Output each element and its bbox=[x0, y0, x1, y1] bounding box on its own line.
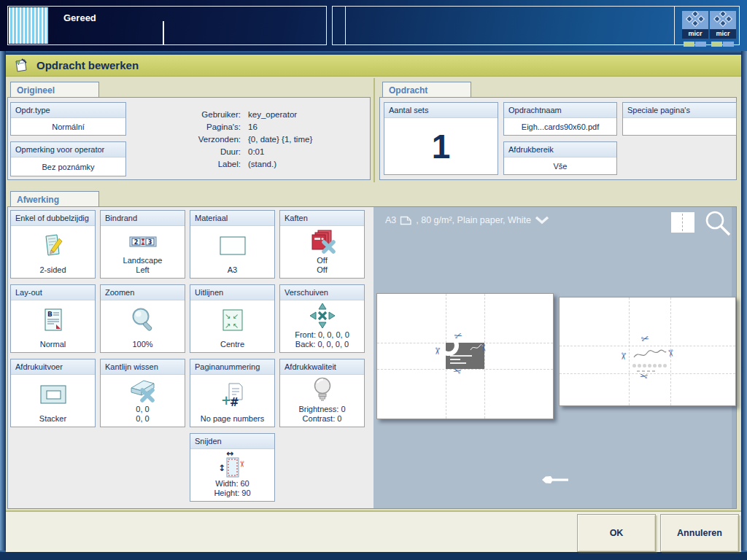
page-number-icon: + # bbox=[190, 375, 274, 414]
scissors-mark-icon: ✂ bbox=[666, 349, 676, 358]
tile-title: Kaften bbox=[280, 211, 364, 226]
card-dot bbox=[638, 364, 641, 368]
card-text-line bbox=[450, 359, 460, 360]
magnifier-icon bbox=[703, 209, 735, 241]
print-range-tile[interactable]: Afdrukbereik Vše bbox=[503, 141, 617, 175]
tile-title: Materiaal bbox=[190, 211, 274, 226]
info-value: (stand.) bbox=[248, 160, 276, 172]
sheet-icon bbox=[400, 216, 412, 225]
material-tile[interactable]: Materiaal A3 bbox=[190, 210, 275, 279]
spread-view-button[interactable] bbox=[671, 212, 694, 233]
scissors-mark-icon: ✂ bbox=[452, 365, 462, 376]
tile-value: Width: 60 Height: 90 bbox=[190, 479, 274, 501]
panel-divider bbox=[674, 7, 675, 44]
status-panel-system[interactable]: micr micr bbox=[332, 6, 740, 45]
cut-line bbox=[560, 346, 735, 346]
cut-line bbox=[629, 298, 630, 405]
tile-value: Vše bbox=[554, 161, 568, 171]
media-selector[interactable]: A3 , 80 g/m², Plain paper, White bbox=[385, 215, 549, 225]
tile-title: Snijden bbox=[190, 434, 274, 449]
number-of-sets-tile[interactable]: Aantal sets 1 bbox=[384, 102, 498, 175]
status-panel-jobs[interactable]: Gereed bbox=[7, 6, 327, 45]
card-dot bbox=[648, 364, 651, 368]
cancel-button[interactable]: Annuleren bbox=[660, 514, 739, 552]
print-quality-tile[interactable]: Afdrukkwaliteit Brightness: 0 Contrast: … bbox=[279, 359, 365, 427]
toner-unit-icon: micr bbox=[682, 11, 708, 39]
material-icon bbox=[190, 226, 274, 265]
info-label: Verzonden: bbox=[137, 135, 241, 147]
tile-title: Afdrukuitvoer bbox=[11, 359, 95, 375]
cut-line bbox=[377, 369, 553, 370]
svg-text:✂: ✂ bbox=[237, 461, 247, 467]
info-row: Verzonden: {0, date} {1, time} bbox=[137, 135, 367, 147]
svg-text:↙: ↙ bbox=[233, 312, 239, 320]
level-indicator-blue bbox=[723, 42, 734, 47]
tile-value: Stacker bbox=[11, 414, 95, 427]
tile-value: 2-sided bbox=[11, 265, 95, 278]
erase-margin-tile[interactable]: Kantlijn wissen 0, 0 0, 0 bbox=[100, 359, 185, 427]
card-back-script-graphic bbox=[632, 348, 667, 361]
card-dash bbox=[637, 370, 640, 372]
trim-tile[interactable]: Snijden ↔ ↕ ✂ Width: 60 Height: 90 bbox=[190, 433, 275, 502]
shift-image-icon bbox=[280, 300, 364, 330]
trim-icon: ↔ ↕ ✂ bbox=[190, 449, 274, 479]
output-tile[interactable]: Afdrukuitvoer Stacker bbox=[10, 359, 96, 427]
card-text-line bbox=[450, 362, 466, 364]
tab-afwerking[interactable]: Afwerking bbox=[10, 191, 99, 207]
preview-zoom-button[interactable] bbox=[703, 209, 735, 241]
toner-dots-icon bbox=[710, 11, 736, 29]
tile-title: Opdr.type bbox=[11, 103, 125, 118]
job-name-tile[interactable]: Opdrachtnaam Eigh...cards90x60.pdf bbox=[503, 102, 617, 136]
tile-value: Normální bbox=[52, 122, 85, 132]
section-divider bbox=[374, 78, 375, 182]
tile-title: Uitlijnen bbox=[190, 285, 274, 300]
ok-button[interactable]: OK bbox=[577, 514, 656, 552]
info-row: Gebruiker: key_operator bbox=[137, 110, 367, 122]
scissors-mark-icon: ✂ bbox=[640, 333, 651, 344]
card-arc-graphic bbox=[446, 343, 459, 356]
two-sided-icon bbox=[11, 226, 95, 265]
erase-margin-icon bbox=[101, 375, 185, 405]
operator-note-tile[interactable]: Opmerking voor operator Bez poznámky bbox=[10, 141, 126, 176]
tab-origineel[interactable]: Origineel bbox=[10, 82, 99, 98]
tile-value: Off Off bbox=[280, 256, 364, 278]
chevron-down-icon bbox=[535, 216, 549, 225]
card-dot bbox=[658, 364, 662, 368]
job-type-tile[interactable]: Opdr.type Normální bbox=[10, 102, 126, 136]
tile-title: Paginanummering bbox=[190, 359, 274, 375]
zoom-tile[interactable]: Zoomen 100% bbox=[100, 284, 185, 353]
tab-opdracht[interactable]: Opdracht bbox=[382, 82, 471, 98]
scissors-mark-icon: ✂ bbox=[478, 343, 489, 353]
align-tile[interactable]: Uitlijnen ↘ ↙ ↗ ↖ Centre bbox=[190, 284, 275, 353]
toner-dots-icon bbox=[682, 11, 708, 29]
covers-tile[interactable]: Kaften Off Off bbox=[279, 210, 365, 279]
sided-tile[interactable]: Enkel of dubbelzijdig 2-sided bbox=[10, 210, 96, 279]
tile-value: Front: 0, 0, 0, 0 Back: 0, 0, 0, 0 bbox=[280, 330, 364, 352]
svg-text:↘: ↘ bbox=[225, 312, 231, 320]
preview-panel: A3 , 80 g/m², Plain paper, White bbox=[374, 207, 736, 508]
tile-title: Zoomen bbox=[101, 285, 185, 300]
special-pages-tile[interactable]: Speciale pagina's bbox=[622, 102, 737, 136]
tile-value: 0, 0 0, 0 bbox=[101, 405, 185, 427]
scissors-mark-icon: ✂ bbox=[639, 370, 649, 381]
binding-edge-tile[interactable]: Bindrand 2 3 Landscape Left bbox=[100, 210, 185, 279]
panel-divider bbox=[345, 7, 346, 44]
level-indicator-green bbox=[711, 42, 722, 47]
covers-icon bbox=[280, 226, 364, 256]
info-value: key_operator bbox=[248, 110, 297, 122]
tile-value: Landscape Left bbox=[101, 256, 185, 278]
page-numbering-tile[interactable]: Paginanummering + # No page numbers bbox=[190, 359, 275, 427]
svg-text:2: 2 bbox=[133, 238, 138, 245]
info-label: Label: bbox=[137, 160, 241, 172]
layout-tile[interactable]: Lay-out B Normal bbox=[10, 284, 96, 353]
binding-edge-icon: 2 3 bbox=[101, 226, 185, 256]
tile-value: Brightness: 0 Contrast: 0 bbox=[280, 405, 364, 427]
info-value: {0, date} {1, time} bbox=[248, 135, 312, 147]
dialog-footer: OK Annuleren bbox=[6, 510, 741, 552]
shift-tile[interactable]: Verschuiven Front: 0, 0, 0, 0 Back: 0, 0… bbox=[279, 284, 365, 353]
info-value: 0:01 bbox=[248, 147, 264, 160]
dialog-title: Opdracht bewerken bbox=[36, 59, 139, 71]
level-indicator-green bbox=[684, 42, 694, 47]
info-label: Gebruiker: bbox=[137, 110, 241, 122]
media-details: , 80 g/m², Plain paper, White bbox=[416, 215, 531, 225]
